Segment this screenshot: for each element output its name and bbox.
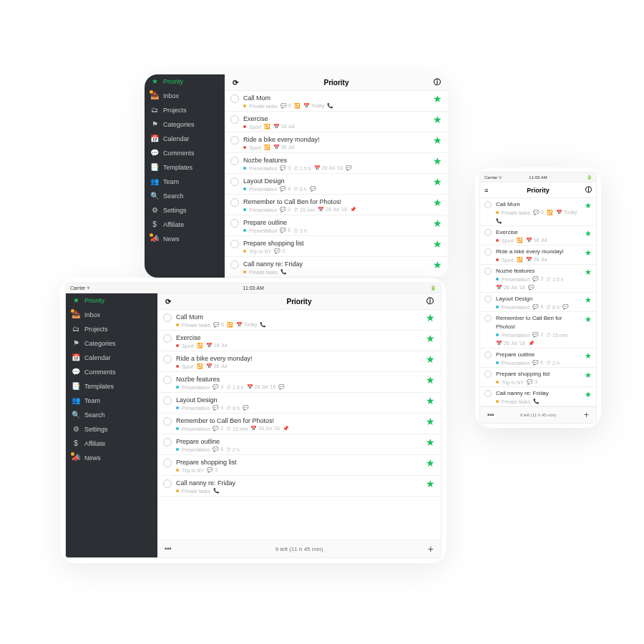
sidebar-item-categories[interactable]: ⚑Categories xyxy=(145,117,225,132)
star-toggle[interactable]: ★ xyxy=(433,218,442,228)
complete-checkbox[interactable] xyxy=(163,313,172,322)
task-row[interactable]: Layout DesignPresentation💬 4⏱ 8 h💬★ xyxy=(480,293,596,312)
complete-checkbox[interactable] xyxy=(163,355,172,364)
star-toggle[interactable]: ★ xyxy=(433,197,442,208)
star-toggle[interactable]: ★ xyxy=(426,437,435,447)
complete-checkbox[interactable] xyxy=(230,94,239,103)
task-row[interactable]: ExerciseSport🔁📅 18 Jul★ xyxy=(480,226,596,245)
sidebar-item-search[interactable]: 🔍Search xyxy=(66,408,157,422)
task-row[interactable]: ExerciseSport🔁📅 18 Jul★ xyxy=(157,331,441,351)
sidebar-item-team[interactable]: 👥Team xyxy=(66,394,157,408)
star-toggle[interactable]: ★ xyxy=(585,389,592,399)
star-toggle[interactable]: ★ xyxy=(585,295,592,305)
add-button[interactable]: + xyxy=(584,410,589,420)
star-toggle[interactable]: ★ xyxy=(426,458,435,468)
refresh-button[interactable]: ⟳ xyxy=(230,77,240,87)
sidebar-item-settings[interactable]: ⚙Settings xyxy=(145,203,225,218)
star-toggle[interactable]: ★ xyxy=(426,416,435,426)
task-row[interactable]: Layout DesignPresentation💬 4⏱ 8 h💬★ xyxy=(225,174,448,195)
star-toggle[interactable]: ★ xyxy=(433,94,442,104)
complete-checkbox[interactable] xyxy=(163,438,172,447)
complete-checkbox[interactable] xyxy=(484,371,492,378)
star-toggle[interactable]: ★ xyxy=(585,267,592,277)
complete-checkbox[interactable] xyxy=(484,296,492,303)
more-button[interactable]: ••• xyxy=(487,411,494,419)
complete-checkbox[interactable] xyxy=(230,115,239,124)
star-toggle[interactable]: ★ xyxy=(433,239,442,249)
complete-checkbox[interactable] xyxy=(163,459,172,467)
star-toggle[interactable]: ★ xyxy=(433,114,442,125)
sidebar-item-templates[interactable]: 📑Templates xyxy=(66,379,157,394)
add-button[interactable]: + xyxy=(428,543,434,555)
task-row[interactable]: Call nanny re: FridayPrivate tasks📞★ xyxy=(157,476,441,497)
sidebar-item-projects[interactable]: 🗂Projects xyxy=(66,322,157,336)
task-row[interactable]: Call MomPrivate tasks💬 0🔁📅 Today📞★ xyxy=(225,91,448,112)
star-toggle[interactable]: ★ xyxy=(433,135,442,145)
complete-checkbox[interactable] xyxy=(484,229,492,236)
complete-checkbox[interactable] xyxy=(484,351,492,358)
star-toggle[interactable]: ★ xyxy=(426,313,435,323)
task-row[interactable]: Layout DesignPresentation💬 4⏱ 8 h💬★ xyxy=(157,393,441,414)
complete-checkbox[interactable] xyxy=(163,396,172,405)
sidebar-item-search[interactable]: 🔍Search xyxy=(145,189,225,203)
complete-checkbox[interactable] xyxy=(484,268,492,275)
complete-checkbox[interactable] xyxy=(484,248,492,255)
star-toggle[interactable]: ★ xyxy=(433,177,442,187)
task-row[interactable]: Prepare outlinePresentation💬 6⏱ 2 h★ xyxy=(157,434,441,455)
menu-button[interactable]: ≡ xyxy=(484,187,488,194)
complete-checkbox[interactable] xyxy=(230,240,239,248)
complete-checkbox[interactable] xyxy=(163,376,172,384)
sidebar-item-templates[interactable]: 📑Templates xyxy=(145,160,225,175)
star-toggle[interactable]: ★ xyxy=(585,248,592,258)
sidebar-item-projects[interactable]: 🗂Projects xyxy=(145,103,225,117)
more-button[interactable]: ••• xyxy=(165,545,171,552)
complete-checkbox[interactable] xyxy=(484,315,492,322)
complete-checkbox[interactable] xyxy=(230,260,239,269)
sidebar-item-news[interactable]: 📣News xyxy=(66,451,157,465)
complete-checkbox[interactable] xyxy=(230,177,239,186)
sidebar-item-categories[interactable]: ⚑Categories xyxy=(66,336,157,351)
task-row[interactable]: Nozbe featuresPresentation💬 3⏱ 1.5 h📅 28… xyxy=(480,265,596,293)
star-toggle[interactable]: ★ xyxy=(426,396,435,406)
sidebar-item-inbox[interactable]: 📥Inbox xyxy=(145,89,225,103)
task-row[interactable]: Prepare shopping listTrip to NY💬 3★ xyxy=(157,455,441,476)
task-row[interactable]: Ride a bike every monday!Sport🔁📅 28 Jul★ xyxy=(225,132,448,153)
refresh-button[interactable]: ⟳ xyxy=(163,296,173,306)
task-row[interactable]: Call nanny re: FridayPrivate tasks📞★ xyxy=(480,387,596,406)
star-toggle[interactable]: ★ xyxy=(426,479,435,489)
task-row[interactable]: Remember to Call Ben for Photos!Presenta… xyxy=(480,312,596,348)
complete-checkbox[interactable] xyxy=(230,198,239,207)
task-row[interactable]: Prepare shopping listTrip to NY💬 3★ xyxy=(225,236,448,257)
info-button[interactable]: ⓘ xyxy=(432,77,442,87)
complete-checkbox[interactable] xyxy=(230,219,239,228)
star-toggle[interactable]: ★ xyxy=(426,375,435,385)
task-row[interactable]: Prepare shopping listTrip to NY💬 3★ xyxy=(480,368,596,387)
star-toggle[interactable]: ★ xyxy=(585,200,592,210)
star-toggle[interactable]: ★ xyxy=(585,351,592,361)
sidebar-item-comments[interactable]: 💬Comments xyxy=(145,146,225,160)
star-toggle[interactable]: ★ xyxy=(433,260,442,270)
complete-checkbox[interactable] xyxy=(230,157,239,165)
task-row[interactable]: Ride a bike every monday!Sport🔁📅 28 Jul★ xyxy=(480,245,596,265)
task-row[interactable]: ExerciseSport🔁📅 18 Jul★ xyxy=(225,112,448,132)
sidebar-item-calendar[interactable]: 📅Calendar xyxy=(145,132,225,146)
sidebar-item-team[interactable]: 👥Team xyxy=(145,175,225,189)
task-row[interactable]: Nozbe featuresPresentation💬 3⏱ 1.5 h📅 28… xyxy=(157,372,441,393)
task-row[interactable]: Prepare outlinePresentation💬 6⏱ 2 h★ xyxy=(480,348,596,368)
sidebar-item-news[interactable]: 📣News xyxy=(145,232,225,246)
sidebar-item-priority[interactable]: ★Priority xyxy=(66,293,157,308)
star-toggle[interactable]: ★ xyxy=(585,228,592,238)
star-toggle[interactable]: ★ xyxy=(585,314,592,324)
task-row[interactable]: Prepare outlinePresentation💬 6⏱ 2 h★ xyxy=(225,215,448,236)
star-toggle[interactable]: ★ xyxy=(585,370,592,380)
task-row[interactable]: Remember to Call Ben for Photos!Presenta… xyxy=(157,414,441,434)
sidebar-item-priority[interactable]: ★Priority xyxy=(145,74,225,89)
info-button[interactable]: ⓘ xyxy=(585,185,592,195)
sidebar-item-affiliate[interactable]: $Affiliate xyxy=(145,218,225,232)
complete-checkbox[interactable] xyxy=(163,479,172,488)
star-toggle[interactable]: ★ xyxy=(433,156,442,166)
star-toggle[interactable]: ★ xyxy=(426,354,435,364)
sidebar-item-calendar[interactable]: 📅Calendar xyxy=(66,351,157,365)
task-row[interactable]: Call MomPrivate tasks💬 0🔁📅 Today📞★ xyxy=(157,310,441,331)
task-row[interactable]: Call MomPrivate tasks💬 0🔁📅 Today📞★ xyxy=(480,198,596,226)
